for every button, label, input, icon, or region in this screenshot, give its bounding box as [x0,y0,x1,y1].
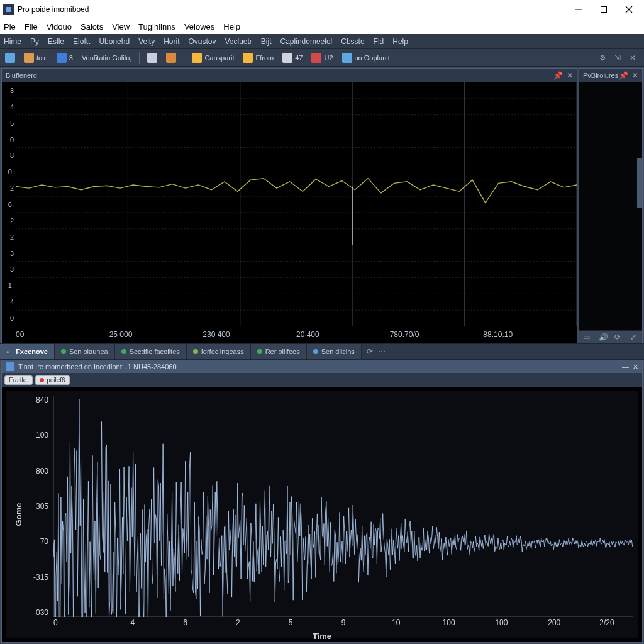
app-icon [3,4,14,15]
toolbar-item-7[interactable]: Ffrom [240,51,276,65]
ytick: 0. [2,164,16,180]
pane-close-icon[interactable]: ✕ [632,71,638,80]
submenu-ubonehd[interactable]: Ubonehd [99,37,130,46]
submenu-caplindemeelol[interactable]: Caplindemeelol [280,37,333,46]
toolbar-item-2[interactable]: 3 [54,51,75,65]
upper-plot-area[interactable]: 345080.26.22331.40 0025 000230 40020·400… [2,82,577,343]
xtick: 9 [317,618,370,628]
maximize-button[interactable] [591,0,616,19]
lower-pane-title: Tinat Ire momerbeed on Incediont:..1 NU4… [18,363,177,370]
submenu-fld[interactable]: Fld [374,37,384,46]
xtick: 2 [211,618,264,628]
xtick: 88.10:10 [483,326,577,343]
ytick: 2 [2,213,16,229]
toolbar-item-10[interactable]: on Ooplanit [340,51,392,65]
ytick: 3 [2,245,16,262]
status-dot-icon [121,349,126,354]
toolbar-separator [184,52,184,64]
menu-file[interactable]: File [25,22,38,31]
menu-vidouo[interactable]: Vidouo [47,22,72,31]
expand-icon[interactable]: ⤢ [630,333,639,341]
submenu-help[interactable]: Help [392,37,408,46]
record-dot-icon [40,378,44,382]
toolbar-item-1[interactable]: tole [21,51,50,65]
tab-iorfeclingeass[interactable]: Iorfeclingeass [187,344,251,359]
ytick: 2 [2,229,16,245]
toolbar-item-8[interactable]: 47 [280,51,305,65]
audio-icon[interactable]: 🔊 [599,333,608,341]
ytick: 800 [23,467,48,475]
submenu-vecluetr[interactable]: Vecluetr [225,37,252,46]
menu-salots[interactable]: Salots [80,22,103,31]
ytick: 3 [2,82,16,99]
tab-extra: ⟳⋯ [362,344,391,359]
pin-icon[interactable]: 📌 [619,71,628,80]
toolbar-item-5[interactable] [164,51,179,65]
tab-fxeenove[interactable]: Fxeenove [0,344,55,359]
chip-peilef[interactable]: peilef6 [35,375,69,385]
tab-secdfie-facolites[interactable]: Secdfie facolites [115,344,187,359]
refresh-icon[interactable]: ⟳ [367,347,373,356]
info-icon [192,53,202,63]
pane-icon [6,362,14,371]
toolbar-item-0[interactable] [3,51,18,65]
xtick: 780.70/0 [390,326,484,343]
menu-ple[interactable]: Ple [4,22,16,31]
submenu-hime[interactable]: Hime [4,37,21,46]
lower-plot-ylabel: Gome [14,503,23,526]
toolbar-item-4[interactable] [145,51,160,65]
lower-pane-header: Tinat Ire momerbeed on Incediont:..1 NU4… [2,360,642,373]
xtick: 200 [528,618,580,628]
export-icon[interactable]: ⇲ [613,53,623,63]
menu-help[interactable]: Help [223,22,240,31]
toolbar-item-3[interactable]: Vonfitatio Golilo, [79,51,135,65]
pane-close-icon[interactable]: ✕ [567,71,573,80]
primary-menubar: PleFileVidouoSalotsViewTugihilnnsVelowes… [0,19,644,34]
menu-velowes[interactable]: Velowes [184,22,214,31]
main-toolbar: tole3Vonfitatio Golilo,CansparitFfrom47U… [0,49,644,67]
submenu-cbsste[interactable]: Cbsste [341,37,364,46]
ytick: 6. [2,196,16,213]
close-button[interactable] [616,0,641,19]
submenu-ovustov[interactable]: Ovustov [188,37,216,46]
chip-eraitle[interactable]: Eraitle. [4,375,33,385]
toolbar-item-9[interactable]: U2 [309,51,335,65]
submenu-velty[interactable]: Velty [138,37,155,46]
globe-icon [342,53,352,63]
ytick: 3 [2,261,16,277]
xtick: 5 [264,618,317,628]
lower-plot-area[interactable]: Gome 84010080030570-315-030 046259101001… [2,387,642,642]
pane-minimize-icon[interactable]: — [622,363,629,371]
submenu-py[interactable]: Py [30,37,39,46]
tab-rer-olllfees[interactable]: Rer olllfees [251,344,307,359]
film-icon[interactable]: ▭ [583,333,592,341]
more-icon[interactable]: ⋯ [378,347,386,356]
submenu-horit[interactable]: Horit [164,37,179,46]
close-tool-icon[interactable]: ✕ [628,53,638,63]
ytick: 100 [23,431,48,440]
tab-sen-olaunea[interactable]: Sen olaunea [55,344,115,359]
toolbar-item-6[interactable]: Cansparit [189,51,236,65]
refresh-icon[interactable]: ⟳ [614,333,623,341]
pane-close-icon[interactable]: ✕ [633,363,638,371]
menu-view[interactable]: View [112,22,130,31]
ytick: -315 [23,573,48,582]
list-icon [24,53,34,63]
xtick: 10 [370,618,423,628]
pin-icon[interactable]: 📌 [553,71,563,80]
tab-sen-dilcins[interactable]: Sen dilcins [307,344,362,359]
swap-icon [166,53,176,63]
submenu-eloftt[interactable]: Eloftt [73,37,90,46]
minimize-button[interactable] [566,0,591,19]
gear-icon[interactable]: ⚙ [597,53,608,63]
submenu-eslle[interactable]: Eslle [48,37,64,46]
side-pane: PvBirolures 📌 ✕ ▭ 🔊 ⟳ ⤢ [579,68,643,343]
menu-tugihilnns[interactable]: Tugihilnns [138,22,175,31]
scrollbar-thumb[interactable] [637,158,642,208]
lower-plot-pane: Tinat Ire momerbeed on Incediont:..1 NU4… [1,360,643,643]
grid-icon [311,53,321,63]
submenu-bijt[interactable]: Bijt [261,37,272,46]
window-title: Pro poide imomiboed [18,5,89,14]
side-pane-body[interactable] [579,82,642,330]
upper-plot-pane: Bluffenerd 📌 ✕ 345080.26.22331.40 0025 0… [1,68,577,343]
